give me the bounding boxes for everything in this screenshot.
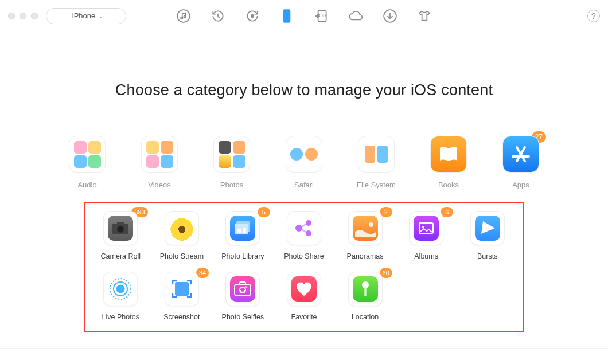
cloud-icon[interactable]: [348, 8, 364, 24]
phone-icon[interactable]: [279, 8, 295, 24]
sub-photo-share[interactable]: Photo Share: [280, 211, 328, 260]
live-photos-icon: [103, 272, 138, 306]
sub-label: Photo Share: [284, 252, 324, 260]
svg-point-11: [117, 226, 124, 233]
photo-stream-icon: [165, 211, 199, 245]
apps-icon: [502, 136, 539, 173]
sub-live-photos[interactable]: Live Photos: [97, 272, 145, 321]
books-icon: [430, 136, 467, 173]
svg-point-23: [422, 226, 424, 228]
svg-point-20: [306, 230, 311, 236]
svg-point-1: [181, 17, 182, 18]
favorite-icon: [287, 272, 321, 306]
sub-photo-selfies[interactable]: Photo Selfies: [219, 272, 267, 321]
category-audio[interactable]: Audio: [67, 136, 108, 189]
photo-selfies-icon: [225, 272, 260, 306]
sub-label: Favorite: [291, 313, 317, 321]
location-icon: [348, 272, 383, 306]
sub-label: Photo Selfies: [222, 313, 264, 321]
sub-bursts[interactable]: Bursts: [463, 211, 511, 260]
close-dot[interactable]: [8, 13, 15, 19]
footer-divider: [0, 348, 608, 349]
sub-screenshot[interactable]: 34 Screenshot: [158, 272, 206, 321]
svg-text:iOS: iOS: [318, 13, 326, 18]
tshirt-icon[interactable]: [416, 8, 432, 24]
screenshot-icon: [165, 272, 199, 306]
svg-rect-28: [235, 284, 251, 296]
category-label: Photos: [220, 181, 243, 189]
sub-label: Photo Stream: [160, 252, 204, 260]
wifi-transfer-icon[interactable]: [244, 8, 260, 24]
sub-panoramas[interactable]: 2 Panoramas: [341, 211, 389, 260]
category-books[interactable]: Books: [428, 136, 469, 189]
to-ios-icon[interactable]: iOS: [313, 8, 329, 24]
photo-share-icon: [287, 211, 321, 245]
download-icon[interactable]: [382, 8, 398, 24]
svg-point-3: [251, 14, 254, 17]
zoom-dot[interactable]: [31, 13, 38, 19]
svg-rect-32: [364, 287, 366, 296]
category-safari[interactable]: Safari: [283, 136, 325, 189]
category-label: Safari: [294, 181, 314, 189]
panoramas-icon: [348, 211, 383, 245]
svg-point-21: [369, 222, 373, 227]
filesystem-icon: [358, 136, 395, 173]
albums-icon: [409, 211, 443, 245]
sub-albums[interactable]: 6 Albums: [403, 211, 450, 260]
category-label: Books: [438, 181, 459, 189]
sub-photo-library[interactable]: 5 Photo Library: [219, 211, 267, 260]
sub-label: Panoramas: [347, 252, 384, 260]
sub-label: Bursts: [477, 252, 497, 260]
sub-photo-stream[interactable]: Photo Stream: [158, 211, 206, 260]
sub-favorite[interactable]: Favorite: [280, 272, 328, 321]
category-label: Audio: [77, 181, 96, 189]
svg-rect-15: [243, 228, 246, 233]
svg-rect-27: [175, 282, 189, 296]
photos-icon: [213, 136, 250, 173]
page-title: Choose a category below to manage your i…: [0, 81, 608, 99]
sub-category-panel: 693 Camera Roll Photo Stream 5 Photo Lib…: [84, 202, 524, 332]
minimize-dot[interactable]: [20, 13, 26, 19]
sub-label: Location: [352, 313, 379, 321]
sub-label: Photo Library: [221, 252, 264, 260]
category-filesystem[interactable]: File System: [356, 136, 397, 189]
sub-label: Camera Roll: [101, 252, 141, 260]
videos-icon: [141, 136, 178, 173]
category-label: Apps: [512, 181, 529, 189]
safari-icon: [286, 136, 322, 173]
sub-label: Screenshot: [163, 313, 200, 321]
svg-rect-14: [237, 229, 241, 233]
category-apps[interactable]: 27 Apps: [500, 136, 541, 189]
category-label: File System: [357, 181, 396, 189]
history-icon[interactable]: [210, 8, 226, 24]
category-label: Videos: [148, 181, 171, 189]
svg-point-26: [116, 285, 124, 293]
toolbar: iOS: [176, 8, 432, 24]
svg-point-2: [184, 15, 185, 17]
music-icon[interactable]: [176, 8, 192, 24]
titlebar: iPhone ⌄ iOS ?: [0, 0, 608, 32]
svg-point-18: [295, 225, 302, 232]
category-row: Audio Videos Photos Safari File System B…: [0, 136, 608, 189]
sub-label: Albums: [414, 252, 438, 260]
svg-rect-29: [240, 282, 245, 285]
device-label: iPhone: [72, 11, 95, 20]
svg-point-19: [306, 220, 311, 226]
help-button[interactable]: ?: [587, 10, 600, 22]
sub-label: Live Photos: [102, 313, 139, 321]
audio-icon: [69, 136, 106, 173]
device-dropdown[interactable]: iPhone ⌄: [46, 8, 126, 24]
bursts-icon: [470, 211, 505, 245]
category-videos[interactable]: Videos: [139, 136, 180, 189]
sub-location[interactable]: 60 Location: [341, 272, 389, 321]
photo-library-icon: [225, 211, 260, 245]
svg-rect-10: [117, 222, 124, 225]
window-controls: [8, 13, 38, 19]
category-photos[interactable]: Photos: [211, 136, 252, 189]
chevron-down-icon: ⌄: [99, 13, 103, 19]
sub-camera-roll[interactable]: 693 Camera Roll: [97, 211, 145, 260]
camera-roll-icon: [103, 211, 138, 245]
svg-rect-5: [286, 10, 288, 11]
